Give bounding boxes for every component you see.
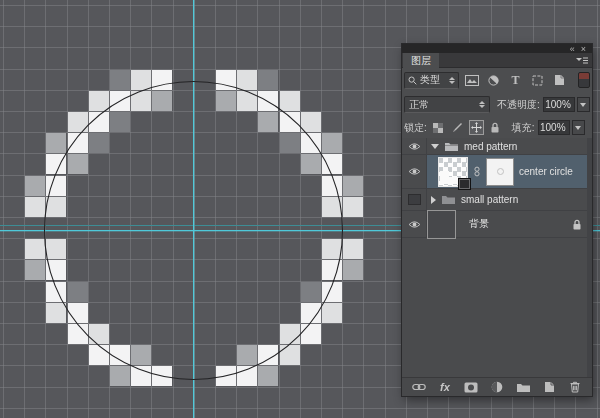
visibility-eye-icon[interactable] — [402, 211, 427, 237]
visibility-eye-off-icon[interactable] — [402, 189, 427, 210]
new-layer-icon[interactable] — [541, 380, 557, 394]
add-layer-mask-icon[interactable] — [463, 380, 479, 394]
collapse-panels-icon[interactable]: « — [570, 45, 575, 53]
dropdown-spinner-icon — [479, 101, 485, 108]
shape-filter-icon[interactable] — [528, 72, 547, 89]
layer-name: med pattern — [464, 141, 517, 152]
tab-layers[interactable]: 图层 — [403, 53, 439, 68]
layers-panel: « × 图层 类型 T — [402, 44, 592, 396]
opacity-value[interactable]: 100% — [543, 97, 575, 112]
opacity-arrow-button[interactable] — [577, 97, 590, 112]
fill-arrow-button[interactable] — [572, 120, 585, 135]
visibility-eye-icon[interactable] — [402, 138, 427, 154]
layer-row-med-pattern[interactable]: med pattern — [402, 138, 592, 155]
new-adjustment-layer-icon[interactable] — [489, 380, 505, 394]
layer-name: 背景 — [469, 217, 489, 231]
background-lock-icon — [572, 219, 582, 230]
blend-mode-row: 正常 不透明度: 100% — [402, 92, 592, 117]
pixel-filter-icon[interactable] — [462, 72, 481, 89]
search-icon — [408, 76, 417, 85]
adjustment-filter-icon[interactable] — [484, 72, 503, 89]
filter-kind-dropdown[interactable]: 类型 — [404, 72, 459, 89]
panel-bottom-toolbar: fx — [402, 377, 592, 396]
type-filter-icon[interactable]: T — [506, 72, 525, 89]
dropdown-spinner-icon — [449, 77, 455, 84]
visibility-eye-icon[interactable] — [402, 155, 427, 188]
lock-all-icon[interactable] — [488, 120, 503, 135]
layer-filter-row: 类型 T — [402, 68, 592, 92]
lock-row: 锁定: 填充: 100% — [402, 117, 592, 138]
layer-name: center circle — [519, 166, 573, 177]
group-collapsed-caret-icon[interactable] — [431, 196, 436, 204]
blend-mode-dropdown[interactable]: 正常 — [404, 96, 490, 113]
list-scrollbar-track[interactable] — [587, 138, 592, 377]
link-layers-icon[interactable] — [411, 380, 427, 394]
pattern-badge-icon — [458, 178, 471, 190]
layer-style-icon[interactable]: fx — [437, 380, 453, 394]
panel-tab-bar: 图层 — [402, 53, 592, 68]
mask-link-icon[interactable] — [473, 165, 481, 178]
lock-position-icon[interactable] — [469, 120, 484, 135]
new-group-icon[interactable] — [515, 380, 531, 394]
fill-value[interactable]: 100% — [538, 120, 570, 135]
folder-closed-icon — [441, 194, 456, 205]
layers-list: med pattern center circle — [402, 138, 592, 377]
photoshop-workspace: { "canvas": { "background": "#56575b", "… — [0, 0, 600, 418]
filter-kind-label: 类型 — [420, 73, 440, 87]
delete-layer-icon[interactable] — [567, 380, 583, 394]
layer-row-background[interactable]: 背景 — [402, 211, 592, 238]
layer-thumbnail[interactable] — [438, 157, 468, 187]
fill-label: 填充: — [512, 121, 535, 135]
opacity-label: 不透明度: — [497, 98, 540, 112]
panel-menu-icon[interactable] — [575, 56, 589, 66]
filter-toggle-switch[interactable] — [578, 72, 590, 88]
smart-object-filter-icon[interactable] — [550, 72, 569, 89]
layer-name: small pattern — [461, 194, 518, 205]
lock-transparency-icon[interactable] — [431, 120, 446, 135]
blend-mode-value: 正常 — [409, 98, 429, 112]
lock-pixels-icon[interactable] — [450, 120, 465, 135]
close-panel-icon[interactable]: × — [581, 45, 586, 53]
group-expand-caret-icon[interactable] — [431, 144, 439, 149]
layer-mask-thumbnail[interactable] — [486, 158, 514, 186]
folder-open-icon — [444, 141, 459, 152]
layer-row-small-pattern[interactable]: small pattern — [402, 189, 592, 211]
lock-label: 锁定: — [404, 121, 427, 135]
layer-thumbnail[interactable] — [427, 210, 456, 239]
layer-row-center-circle[interactable]: center circle — [402, 155, 592, 189]
panel-group-header: « × — [402, 44, 592, 53]
